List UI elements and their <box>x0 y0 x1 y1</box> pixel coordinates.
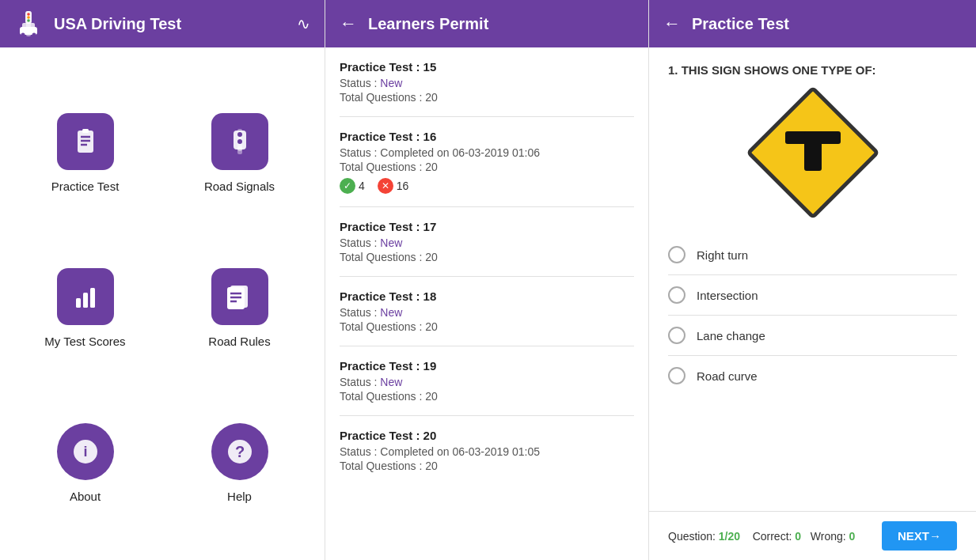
menu-label-my-test-scores: My Test Scores <box>44 335 125 348</box>
svg-point-18 <box>237 146 242 151</box>
svg-rect-19 <box>76 298 81 308</box>
wrong-label: Wrong: <box>811 530 846 543</box>
wrong-value: 0 <box>849 530 856 543</box>
svg-rect-2 <box>22 23 35 29</box>
test-item-16[interactable]: Practice Test : 16 Status : Completed on… <box>340 117 634 207</box>
right-panel-header: ← Practice Test <box>649 0 976 47</box>
test-list: Practice Test : 15 Status : New Total Qu… <box>325 47 648 560</box>
correct-label: Correct: <box>753 530 792 543</box>
menu-item-road-signals[interactable]: Road Signals <box>162 71 317 226</box>
test-17-questions: Total Questions : 20 <box>340 251 634 263</box>
middle-panel-title: Learners Permit <box>368 15 488 33</box>
radio-lane-change[interactable] <box>668 327 685 344</box>
test-16-correct: ✓ 4 <box>340 178 365 194</box>
svg-point-16 <box>237 132 242 137</box>
test-item-18[interactable]: Practice Test : 18 Status : New Total Qu… <box>340 277 634 346</box>
test-19-status: Status : New <box>340 376 634 388</box>
radio-right-turn[interactable] <box>668 246 685 263</box>
wrong-count: 16 <box>397 180 409 192</box>
test-16-score-row: ✓ 4 ✕ 16 <box>340 178 634 194</box>
menu-item-my-test-scores[interactable]: My Test Scores <box>8 226 162 381</box>
test-19-name: Practice Test : 19 <box>340 359 634 373</box>
test-19-questions: Total Questions : 20 <box>340 390 634 403</box>
about-icon-box: i <box>57 423 114 480</box>
road-rules-icon-box <box>211 268 268 325</box>
option-road-curve[interactable]: Road curve <box>668 356 957 395</box>
my-test-scores-icon-box <box>57 268 114 325</box>
menu-label-about: About <box>70 490 101 503</box>
svg-point-7 <box>27 16 30 19</box>
radio-road-curve[interactable] <box>668 367 685 384</box>
app-icon <box>14 9 43 38</box>
road-signals-icon-box <box>211 113 268 170</box>
test-20-status: Status : Completed on 06-03-2019 01:05 <box>340 445 634 458</box>
svg-rect-21 <box>90 288 95 308</box>
menu-item-about[interactable]: i About <box>8 381 162 536</box>
option-road-curve-text: Road curve <box>697 369 758 383</box>
test-16-status: Status : Completed on 06-03-2019 01:06 <box>340 146 634 159</box>
svg-text:?: ? <box>234 443 244 460</box>
test-20-name: Practice Test : 20 <box>340 429 634 442</box>
option-lane-change-text: Lane change <box>697 329 765 342</box>
svg-point-17 <box>237 139 242 144</box>
test-18-questions: Total Questions : 20 <box>340 320 634 333</box>
correct-count: 4 <box>359 180 365 192</box>
test-18-name: Practice Test : 18 <box>340 289 634 303</box>
question-text: 1. THIS SIGN SHOWS ONE TYPE OF: <box>668 63 957 77</box>
next-button[interactable]: NEXT→ <box>882 521 957 551</box>
wrong-x-icon: ✕ <box>378 178 393 194</box>
right-back-button[interactable]: ← <box>663 13 681 34</box>
svg-point-8 <box>27 19 30 22</box>
progress-info: Question: 1/20 Correct: 0 Wrong: 0 <box>668 530 855 543</box>
test-15-status: Status : New <box>340 77 634 89</box>
menu-item-road-rules[interactable]: Road Rules <box>162 226 317 381</box>
question-label: Question: <box>668 530 716 543</box>
svg-rect-20 <box>83 293 88 308</box>
middle-back-button[interactable]: ← <box>340 13 357 34</box>
question-progress: 1/20 <box>719 530 740 543</box>
test-20-questions: Total Questions : 20 <box>340 460 634 472</box>
test-16-name: Practice Test : 16 <box>340 130 634 143</box>
option-right-turn-text: Right turn <box>697 248 748 262</box>
test-17-name: Practice Test : 17 <box>340 220 634 233</box>
app-header: USA Driving Test ∿ <box>0 0 325 47</box>
menu-label-help: Help <box>227 490 252 503</box>
test-16-wrong: ✕ 16 <box>378 178 409 194</box>
menu-grid: Practice Test Road Signals <box>0 47 325 560</box>
left-panel: USA Driving Test ∿ Practice Test <box>0 0 325 560</box>
svg-rect-32 <box>804 131 822 171</box>
svg-point-6 <box>27 13 30 16</box>
share-icon[interactable]: ∿ <box>297 14 310 33</box>
option-intersection[interactable]: Intersection <box>668 275 957 316</box>
svg-point-3 <box>21 33 25 37</box>
t-sign-letter <box>781 125 845 180</box>
question-area: 1. THIS SIGN SHOWS ONE TYPE OF: Right tu… <box>649 47 976 511</box>
middle-panel-header: ← Learners Permit <box>325 0 648 47</box>
option-lane-change[interactable]: Lane change <box>668 316 957 356</box>
option-right-turn[interactable]: Right turn <box>668 235 957 275</box>
menu-item-practice-test[interactable]: Practice Test <box>8 71 162 226</box>
test-17-status: Status : New <box>340 236 634 249</box>
test-item-19[interactable]: Practice Test : 19 Status : New Total Qu… <box>340 346 634 416</box>
svg-rect-13 <box>82 129 89 133</box>
test-16-questions: Total Questions : 20 <box>340 161 634 173</box>
test-item-20[interactable]: Practice Test : 20 Status : Completed on… <box>340 416 634 485</box>
test-item-17[interactable]: Practice Test : 17 Status : New Total Qu… <box>340 207 634 277</box>
test-item-15[interactable]: Practice Test : 15 Status : New Total Qu… <box>340 47 634 117</box>
sign-container <box>668 89 957 216</box>
app-title: USA Driving Test <box>54 15 297 33</box>
menu-item-help[interactable]: ? Help <box>162 381 317 536</box>
menu-label-road-rules: Road Rules <box>208 335 270 348</box>
option-intersection-text: Intersection <box>697 289 758 302</box>
practice-test-icon-box <box>57 113 114 170</box>
radio-intersection[interactable] <box>668 286 685 304</box>
options-list: Right turn Intersection Lane change Road… <box>668 235 957 395</box>
test-15-questions: Total Questions : 20 <box>340 91 634 104</box>
help-icon-box: ? <box>211 423 268 480</box>
menu-label-road-signals: Road Signals <box>204 180 275 193</box>
test-18-status: Status : New <box>340 306 634 319</box>
bottom-bar: Question: 1/20 Correct: 0 Wrong: 0 NEXT→ <box>649 511 976 560</box>
right-panel-title: Practice Test <box>692 15 789 33</box>
test-15-name: Practice Test : 15 <box>340 60 634 74</box>
svg-text:i: i <box>83 444 87 460</box>
